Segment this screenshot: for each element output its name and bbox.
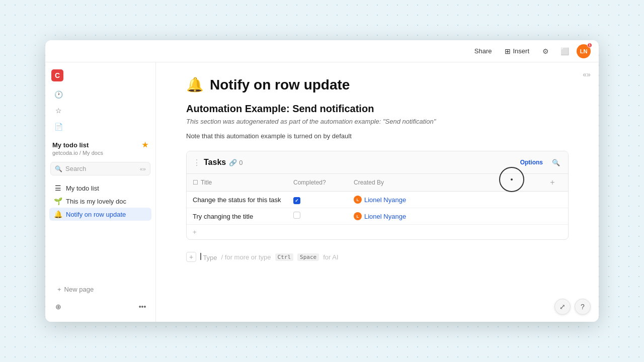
page-emoji: 🔔 [186,76,204,93]
sidebar-item-this-is-my-lovely-doc[interactable]: 🌱 This is my lovely doc [49,195,151,208]
checkbox-icon: ☐ [193,179,198,186]
add-column-button[interactable]: + [547,177,558,188]
tasks-header-actions: Options 🔍 [517,156,562,168]
task-completed-cell [293,195,354,204]
share-button[interactable]: Share [470,45,496,57]
plus-icon: + [57,286,61,293]
search-bar[interactable]: 🔍 Search «» [50,162,150,175]
insert-button[interactable]: ⊞ Insert [501,45,533,57]
content-area: «» 🔔 Notify on row update Automation Exa… [156,62,599,322]
add-row-button[interactable]: + [187,225,568,239]
history-icon-button[interactable]: 🕐 [51,87,65,102]
tasks-header: ⋮ Tasks 🔗 0 Options 🔍 [187,151,568,174]
sidebar-icon-group: 🕐 ☆ 📄 [45,84,155,137]
add-icon-button[interactable]: ⊕ [51,300,65,314]
sidebar: C 🕐 ☆ 📄 My todo list ★ getcoda.io / My d… [45,62,156,322]
tasks-table-container: ⋮ Tasks 🔗 0 Options 🔍 [186,151,569,240]
help-float-button[interactable]: ? [575,299,591,315]
list-icon: ☰ [53,184,62,192]
task-checkbox-unchecked[interactable] [293,212,300,219]
star-icon-button[interactable]: ☆ [51,104,65,118]
settings-icon-button[interactable]: ⚙ [538,44,552,58]
search-icon: 🔍 [55,165,62,172]
col-header-completed: Completed? [293,177,354,188]
bell-icon: 🔔 [53,210,62,218]
type-bar-space: Space [297,253,319,261]
coda-logo[interactable]: C [51,69,63,81]
plant-icon: 🌱 [53,197,62,205]
help-icon: ? [581,303,585,311]
grid-icon: ⊞ [505,47,511,55]
avatar-badge: 1 [587,43,592,48]
sidebar-top: C [45,66,155,84]
table-row: Try changing the title L Lionel Nyange [187,208,568,225]
section-subtitle: This section was autogenerated as part o… [186,118,569,125]
sidebar-item-notify-on-row-update[interactable]: 🔔 Notify on row update [49,208,151,221]
type-bar-hint1: / for more or type [221,253,271,261]
drag-handle-icon[interactable]: ⋮ [193,158,201,167]
collapse-sidebar-button[interactable]: «» [581,68,593,80]
table-search-icon-button[interactable]: 🔍 [550,156,562,168]
type-bar-hint2: for AI [323,253,338,261]
expand-icon-button[interactable]: ⬜ [557,44,572,58]
plus-icon: + [193,228,197,236]
task-title-cell: Try changing the title [193,213,293,220]
nav-items: ☰ My todo list 🌱 This is my lovely doc 🔔… [45,179,155,283]
page-icon-button[interactable]: 📄 [51,120,65,134]
type-cursor: Type [200,253,217,261]
bottom-float-buttons: ⤢ ? [554,299,591,315]
expand-icon: ⤢ [559,303,566,311]
table-col-headers: ☐ Title Completed? Created By + [187,174,568,192]
sidebar-item-my-todo-list[interactable]: ☰ My todo list [49,182,151,195]
collapse-search-icon[interactable]: «» [140,166,146,172]
user-avatar-small: L [354,196,362,204]
task-created-by-cell[interactable]: L Lionel Nyange [354,196,547,204]
page-title: Notify on row update [210,77,350,93]
col-header-created-by: Created By [354,177,547,188]
new-page-button[interactable]: + New page [49,283,151,296]
task-created-by-cell[interactable]: L Lionel Nyange [354,212,547,220]
type-bar: + Type / for more or type Ctrl Space for… [186,248,569,266]
workspace-info: My todo list ★ getcoda.io / My docs [45,137,155,158]
expand-float-button[interactable]: ⤢ [554,299,571,315]
avatar[interactable]: LN 1 [577,44,591,58]
task-checkbox-checked[interactable] [293,197,300,204]
section-heading: Automation Example: Send notification [186,103,569,115]
sidebar-bottom: ⊕ ••• [45,296,155,318]
star-favorite-icon[interactable]: ★ [142,141,148,149]
options-button[interactable]: Options [517,157,546,167]
type-bar-plus-button[interactable]: + [186,252,196,262]
page-title-area: 🔔 Notify on row update [186,76,569,93]
section-note: Note that this automation example is tur… [186,132,569,140]
top-bar-actions: Share ⊞ Insert ⚙ ⬜ LN 1 [470,44,591,58]
col-header-title: ☐ Title [193,177,293,188]
tasks-title: Tasks [204,158,226,167]
link-icon: 🔗 0 [229,159,243,166]
tasks-table: ☐ Title Completed? Created By + Change t… [187,174,568,239]
search-placeholder: Search [65,165,86,172]
task-completed-cell [293,212,354,221]
workspace-name: My todo list [52,141,89,149]
workspace-path: getcoda.io / My docs [52,150,148,156]
more-options-button[interactable]: ••• [135,300,149,314]
top-bar: Share ⊞ Insert ⚙ ⬜ LN 1 [45,40,599,62]
user-avatar-small: L [354,212,362,220]
table-row: Change the status for this task L Lionel… [187,192,568,208]
main-layout: C 🕐 ☆ 📄 My todo list ★ getcoda.io / My d… [45,62,599,322]
task-title-cell: Change the status for this task [193,196,293,204]
type-bar-ctrl: Ctrl [275,253,294,261]
